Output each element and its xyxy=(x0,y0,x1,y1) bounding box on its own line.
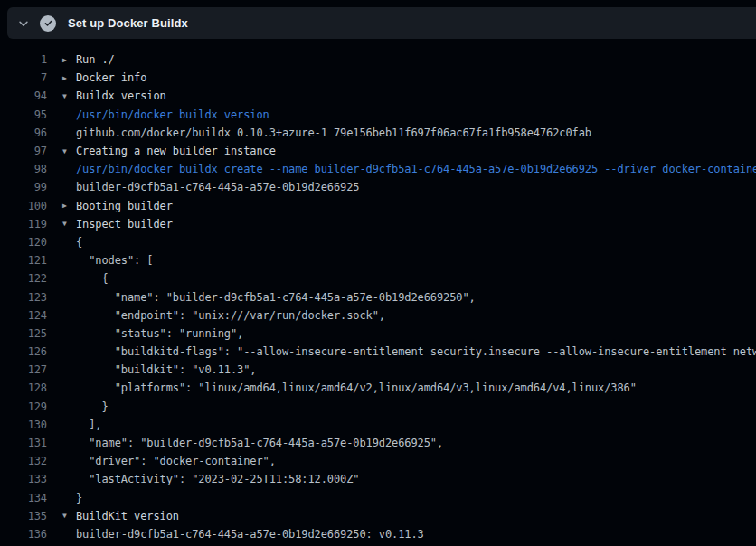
log-line-number[interactable]: 122 xyxy=(0,272,47,285)
log-line-number[interactable]: 129 xyxy=(0,400,47,413)
log-line-number[interactable]: 125 xyxy=(0,327,47,340)
log-line-text: Buildx version xyxy=(76,89,166,102)
log-group-row[interactable]: 97 ▼ Creating a new builder instance xyxy=(0,142,756,160)
log-line: 99 builder-d9cfb5a1-c764-445a-a57e-0b19d… xyxy=(0,178,756,196)
log-line-text: "endpoint": "unix:///var/run/docker.sock… xyxy=(76,309,385,322)
log-line: 126 "buildkitd-flags": "--allow-insecure… xyxy=(0,343,756,361)
check-circle-icon xyxy=(40,15,56,32)
log-line-text: Inspect builder xyxy=(76,218,173,231)
log-line-number[interactable]: 128 xyxy=(0,381,47,394)
group-toggle-icon: ▶ xyxy=(62,56,76,64)
log-line: 120 { xyxy=(0,233,756,251)
log-line-text: { xyxy=(76,272,109,285)
log-line-number[interactable]: 126 xyxy=(0,345,47,358)
log-line-number[interactable]: 98 xyxy=(0,163,47,175)
log-line-text: "buildkitd-flags": "--allow-insecure-ent… xyxy=(76,345,756,358)
actions-log-viewer: Set up Docker Buildx 1 ▶ Run ./ 7 ▶ Dock… xyxy=(0,0,756,546)
log-group-row[interactable]: 7 ▶ Docker info xyxy=(0,69,756,87)
log-line-number[interactable]: 99 xyxy=(0,181,47,193)
log-line-text: "lastActivity": "2023-02-25T11:58:12.000… xyxy=(76,473,359,485)
step-title: Set up Docker Buildx xyxy=(68,16,188,30)
group-toggle-icon: ▼ xyxy=(62,92,76,100)
log-group-row[interactable]: 135 ▼ BuildKit version xyxy=(0,507,756,525)
log-line-number[interactable]: 127 xyxy=(0,363,47,376)
log-line-text: "platforms": "linux/amd64,linux/amd64/v2… xyxy=(76,381,637,394)
log-line: 131 "name": "builder-d9cfb5a1-c764-445a-… xyxy=(0,434,756,452)
log-lines: 1 ▶ Run ./ 7 ▶ Docker info 94 ▼ Buildx v… xyxy=(0,39,756,546)
log-line-number[interactable]: 135 xyxy=(0,510,47,522)
log-line-number[interactable]: 132 xyxy=(0,455,47,467)
log-line-text: "name": "builder-d9cfb5a1-c764-445a-a57e… xyxy=(76,291,476,304)
log-line: 121 "nodes": [ xyxy=(0,251,756,269)
log-line-number[interactable]: 1 xyxy=(0,53,47,66)
log-line-text: ], xyxy=(76,419,102,431)
log-line: 136 builder-d9cfb5a1-c764-445a-a57e-0b19… xyxy=(0,525,756,543)
group-toggle-icon: ▼ xyxy=(62,220,76,228)
log-line-text: "buildkit": "v0.11.3", xyxy=(76,363,257,376)
log-line-text: } xyxy=(76,400,109,413)
log-line-number[interactable]: 130 xyxy=(0,419,47,431)
log-line-text: /usr/bin/docker buildx create --name bui… xyxy=(76,163,756,175)
log-group-row[interactable]: 119 ▼ Inspect builder xyxy=(0,215,756,233)
log-line: 132 "driver": "docker-container", xyxy=(0,452,756,470)
log-line-number[interactable]: 123 xyxy=(0,291,47,304)
log-line: 98 /usr/bin/docker buildx create --name … xyxy=(0,160,756,178)
log-line-text: "name": "builder-d9cfb5a1-c764-445a-a57e… xyxy=(76,437,443,449)
log-line: 96 github.com/docker/buildx 0.10.3+azure… xyxy=(0,124,756,142)
log-line: 134 } xyxy=(0,489,756,507)
log-line: 129 } xyxy=(0,398,756,416)
log-line-text: } xyxy=(76,492,82,504)
log-line: 122 { xyxy=(0,269,756,287)
log-line-number[interactable]: 136 xyxy=(0,528,47,541)
group-toggle-icon: ▶ xyxy=(62,202,76,210)
log-line-text: Run ./ xyxy=(76,53,115,66)
log-line-number[interactable]: 134 xyxy=(0,492,47,504)
log-line-number[interactable]: 100 xyxy=(0,200,47,212)
log-line-text: Creating a new builder instance xyxy=(76,145,276,157)
log-line-number[interactable]: 97 xyxy=(0,145,47,157)
log-line-text: Booting builder xyxy=(76,200,173,212)
chevron-down-icon[interactable] xyxy=(7,17,40,30)
log-line: 124 "endpoint": "unix:///var/run/docker.… xyxy=(0,306,756,325)
log-line-number[interactable]: 121 xyxy=(0,254,47,267)
log-line: 123 "name": "builder-d9cfb5a1-c764-445a-… xyxy=(0,287,756,306)
log-group-row[interactable]: 94 ▼ Buildx version xyxy=(0,87,756,105)
log-group-row[interactable]: 1 ▶ Run ./ xyxy=(0,51,756,69)
step-header[interactable]: Set up Docker Buildx xyxy=(7,7,756,39)
log-line-number[interactable]: 94 xyxy=(0,89,47,102)
log-line: 128 "platforms": "linux/amd64,linux/amd6… xyxy=(0,379,756,397)
log-line-number[interactable]: 7 xyxy=(0,71,47,84)
log-line-text: /usr/bin/docker buildx version xyxy=(76,108,269,121)
log-line: 133 "lastActivity": "2023-02-25T11:58:12… xyxy=(0,470,756,488)
log-line: 130 ], xyxy=(0,416,756,434)
log-line-text: "driver": "docker-container", xyxy=(76,455,276,467)
log-group-row[interactable]: 100 ▶ Booting builder xyxy=(0,197,756,215)
log-line-text: "nodes": [ xyxy=(76,254,154,267)
log-line-number[interactable]: 119 xyxy=(0,218,47,231)
group-toggle-icon: ▼ xyxy=(62,512,76,520)
log-line-text: github.com/docker/buildx 0.10.3+azure-1 … xyxy=(76,127,591,139)
log-line-text: builder-d9cfb5a1-c764-445a-a57e-0b19d2e6… xyxy=(76,181,359,193)
log-line: 127 "buildkit": "v0.11.3", xyxy=(0,361,756,379)
log-line-number[interactable]: 124 xyxy=(0,309,47,322)
log-line-number[interactable]: 95 xyxy=(0,108,47,121)
group-toggle-icon: ▶ xyxy=(62,74,76,82)
log-line-number[interactable]: 133 xyxy=(0,473,47,485)
log-line-text: builder-d9cfb5a1-c764-445a-a57e-0b19d2e6… xyxy=(76,528,424,541)
log-line-text: { xyxy=(76,236,82,249)
log-line-text: "status": "running", xyxy=(76,327,243,340)
log-line-text: Docker info xyxy=(76,71,146,84)
log-line: 95 /usr/bin/docker buildx version xyxy=(0,106,756,124)
log-line-number[interactable]: 131 xyxy=(0,437,47,449)
step-status-badge xyxy=(40,15,56,32)
log-line-number[interactable]: 96 xyxy=(0,127,47,139)
group-toggle-icon: ▼ xyxy=(62,147,76,155)
log-line-number[interactable]: 120 xyxy=(0,236,47,249)
log-line-text: BuildKit version xyxy=(76,510,179,522)
log-line: 125 "status": "running", xyxy=(0,325,756,343)
